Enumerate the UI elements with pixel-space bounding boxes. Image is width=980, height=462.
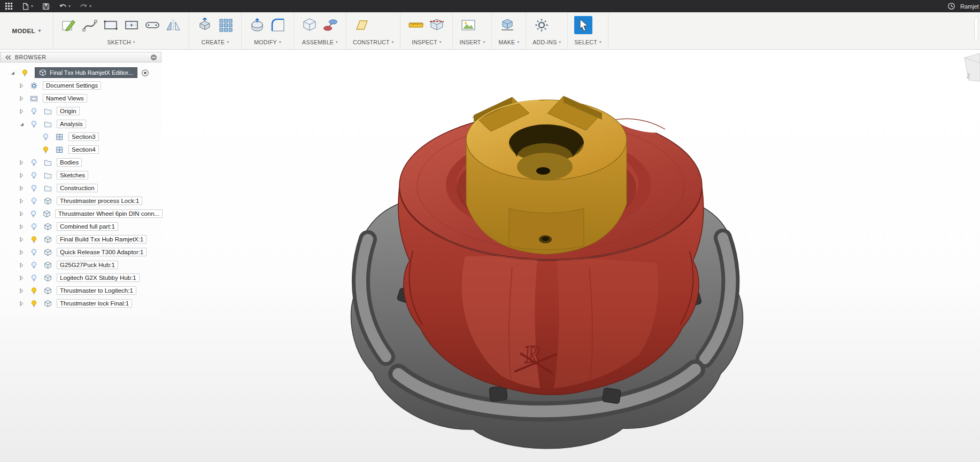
- ribbon-group-label[interactable]: MAKE▾: [498, 38, 519, 48]
- new-component-button[interactable]: [300, 16, 319, 34]
- circle-minus-icon[interactable]: [150, 54, 157, 61]
- visibility-bulb-icon[interactable]: [30, 159, 38, 167]
- tree-item-root-document[interactable]: Final Txx Hub RamjetX Editior...: [0, 66, 161, 79]
- ribbon-group-label[interactable]: SELECT▾: [574, 38, 601, 48]
- visibility-bulb-icon[interactable]: [30, 248, 38, 256]
- tree-item-logitech-g2x-stubby-hub-1[interactable]: Logitech G2X Stubby Hub:1: [0, 271, 161, 284]
- ribbon-scrollbar[interactable]: [974, 17, 978, 41]
- tree-item-thrustmaster-to-logitech-1[interactable]: Thrustmaster to Logitech:1: [0, 284, 161, 297]
- visibility-bulb-icon[interactable]: [30, 171, 38, 179]
- expand-arrow-icon[interactable]: [18, 287, 26, 294]
- undo-button[interactable]: ▾: [59, 2, 71, 10]
- expand-arrow-icon[interactable]: [18, 121, 26, 128]
- extrude-button[interactable]: [196, 16, 214, 34]
- create-sketch-button[interactable]: [60, 16, 78, 34]
- tree-item-section4[interactable]: Section4: [0, 143, 161, 156]
- expand-arrow-icon[interactable]: [18, 82, 26, 89]
- expand-arrow-icon[interactable]: [18, 223, 26, 230]
- measure-button[interactable]: [407, 16, 425, 34]
- tree-item-thrustmaster-wheel-6pin-din-conn[interactable]: Thrustmaster Wheel 6pin DIN conn...: [0, 207, 161, 220]
- username-label[interactable]: Ramjet: [960, 3, 980, 10]
- tree-item-construction[interactable]: Construction: [0, 182, 161, 194]
- redo-button[interactable]: ▾: [80, 2, 91, 10]
- fillet-button[interactable]: [269, 16, 287, 34]
- tree-item-thrustmaster-lock-final-1[interactable]: Thrustmaster lock Final:1: [0, 297, 161, 310]
- spline-button[interactable]: [81, 16, 99, 34]
- tree-item-document-settings[interactable]: Document Settings: [0, 79, 161, 92]
- expand-arrow-icon[interactable]: [18, 108, 26, 115]
- expand-arrow-icon[interactable]: [18, 275, 26, 281]
- tree-item-bodies[interactable]: Bodies: [0, 156, 161, 169]
- active-document-chip[interactable]: Final Txx Hub RamjetX Editior...: [35, 67, 137, 78]
- tree-item-quick-release-t300-adaptor-1[interactable]: Quick Release T300 Adaptor:1: [0, 246, 161, 259]
- expand-arrow-icon[interactable]: [18, 300, 26, 307]
- visibility-bulb-icon[interactable]: [30, 120, 38, 128]
- expand-arrow-icon[interactable]: [18, 249, 26, 256]
- visibility-bulb-icon[interactable]: [30, 184, 38, 192]
- expand-arrow-icon[interactable]: [18, 236, 26, 243]
- file-menu-button[interactable]: ▾: [22, 3, 33, 10]
- expand-arrow-icon[interactable]: [18, 172, 26, 179]
- visibility-bulb-icon[interactable]: [21, 69, 29, 77]
- ribbon-group-label[interactable]: SKETCH▾: [60, 38, 182, 48]
- expand-arrow-icon[interactable]: [18, 210, 25, 217]
- ribbon-group-label[interactable]: CONSTRUCT▾: [353, 38, 393, 48]
- visibility-bulb-icon[interactable]: [30, 197, 38, 205]
- ribbon-group-label[interactable]: CREATE▾: [196, 38, 235, 48]
- workspace-switcher[interactable]: MODEL ▾: [0, 12, 53, 49]
- expand-arrow-icon[interactable]: [18, 159, 26, 166]
- visibility-bulb-icon[interactable]: [30, 223, 38, 231]
- visibility-bulb-icon[interactable]: [30, 107, 38, 115]
- visibility-bulb-icon[interactable]: [30, 261, 38, 269]
- rectangle-2pt-button[interactable]: [102, 16, 120, 34]
- visibility-bulb-icon[interactable]: [30, 300, 38, 308]
- chevron-down-icon: ▾: [392, 40, 394, 44]
- plane-button[interactable]: [353, 16, 371, 34]
- visibility-bulb-icon[interactable]: [42, 133, 50, 141]
- visibility-bulb-icon[interactable]: [30, 274, 38, 282]
- tree-item-analysis[interactable]: Analysis: [0, 118, 161, 130]
- ribbon-group-label[interactable]: MODIFY▾: [248, 38, 287, 48]
- dropdown-caret-icon[interactable]: ▾: [31, 4, 33, 9]
- tree-item-section3[interactable]: Section3: [0, 130, 161, 143]
- save-button[interactable]: [42, 3, 50, 10]
- tree-item-g25g27puck-hub-1[interactable]: G25G27Puck Hub:1: [0, 259, 161, 271]
- tree-item-named-views[interactable]: Named Views: [0, 92, 161, 105]
- chevron-double-left-icon[interactable]: [4, 54, 11, 61]
- tree-item-thrustmaster-process-lock-1[interactable]: Thrustmaster process Lock:1: [0, 194, 161, 207]
- select-button[interactable]: [574, 16, 592, 34]
- expand-arrow-icon[interactable]: [18, 262, 26, 269]
- dropdown-caret-icon[interactable]: ▾: [68, 4, 71, 9]
- slot-button[interactable]: [143, 16, 161, 34]
- ribbon-group-label[interactable]: INSPECT▾: [407, 38, 446, 48]
- clock-icon[interactable]: [947, 2, 955, 10]
- section-analysis-button[interactable]: [428, 16, 446, 34]
- ribbon-group-label[interactable]: ADD-INS▾: [533, 38, 561, 48]
- tree-item-origin[interactable]: Origin: [0, 105, 161, 118]
- expand-arrow-icon[interactable]: [18, 198, 26, 205]
- viewcube-partial[interactable]: Z: [964, 53, 980, 81]
- expand-arrow-icon[interactable]: [9, 69, 17, 76]
- ribbon-group-label[interactable]: ASSEMBLE▾: [300, 38, 339, 48]
- visibility-bulb-icon[interactable]: [42, 146, 50, 154]
- visibility-bulb-icon[interactable]: [29, 210, 37, 218]
- app-grid-button[interactable]: [5, 2, 13, 10]
- expand-arrow-icon[interactable]: [18, 95, 26, 102]
- tree-item-combined-full-part-1[interactable]: Combined full part:1: [0, 220, 161, 233]
- expand-arrow-icon[interactable]: [18, 185, 26, 192]
- ribbon-group-label[interactable]: INSERT▾: [459, 38, 485, 48]
- press-pull-button[interactable]: [248, 16, 266, 34]
- visibility-bulb-icon[interactable]: [30, 287, 38, 295]
- activate-radio-icon[interactable]: [141, 69, 149, 77]
- visibility-bulb-icon[interactable]: [30, 236, 38, 244]
- pattern-button[interactable]: [217, 16, 235, 34]
- mirror-button[interactable]: [164, 16, 182, 34]
- rectangle-center-button[interactable]: [122, 16, 141, 34]
- joint-button[interactable]: [321, 16, 339, 34]
- dropdown-caret-icon[interactable]: ▾: [89, 4, 91, 9]
- insert-canvas-button[interactable]: [459, 16, 477, 34]
- make-button[interactable]: [498, 16, 516, 34]
- tree-item-final-build-txx-hub-ramjetx-1[interactable]: Final Build Txx Hub RamjetX:1: [0, 233, 161, 246]
- tree-item-sketches[interactable]: Sketches: [0, 169, 161, 182]
- addins-button[interactable]: [533, 16, 551, 34]
